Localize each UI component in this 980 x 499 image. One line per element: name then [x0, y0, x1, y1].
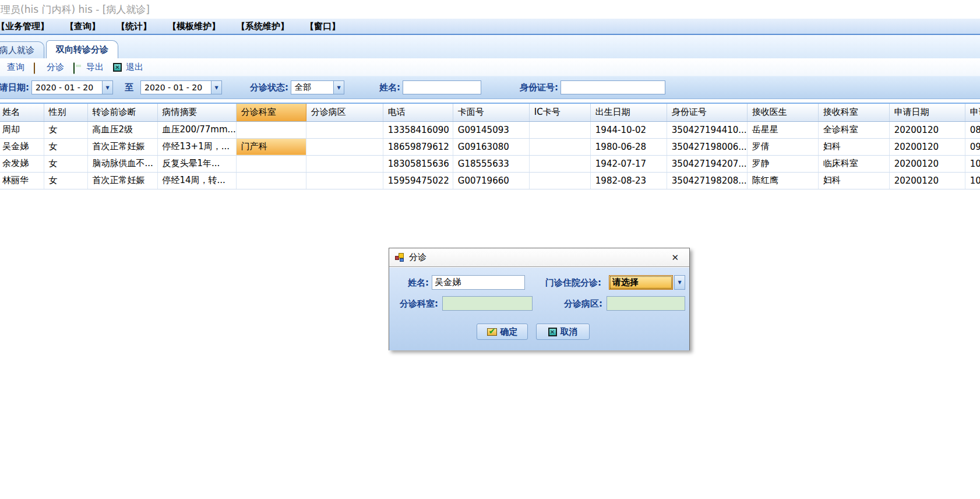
table-cell[interactable]: 妇科 — [818, 138, 889, 155]
table-cell[interactable] — [529, 138, 590, 155]
triage-type-select[interactable]: 请选择 — [609, 275, 673, 290]
table-cell[interactable]: G00719660 — [453, 172, 529, 189]
table-row[interactable]: 周却女高血压2级血压200/77mm...13358416090G0914509… — [0, 121, 980, 138]
table-cell[interactable] — [306, 121, 383, 138]
table-cell[interactable]: 停经13+1周，... — [157, 138, 236, 155]
tab-inactive[interactable]: 病人就诊 — [0, 41, 44, 58]
table-cell[interactable]: 首次正常妊娠 — [87, 138, 157, 155]
cancel-button[interactable]: ✕ 取消 — [536, 324, 590, 340]
chevron-down-icon[interactable]: ▼ — [674, 275, 685, 290]
table-cell[interactable]: G18555633 — [453, 155, 529, 172]
column-header[interactable]: 电话 — [383, 104, 453, 121]
column-header[interactable]: 分诊科室 — [236, 104, 306, 121]
column-header[interactable]: 身份证号 — [667, 104, 747, 121]
table-cell[interactable]: 岳星星 — [747, 121, 818, 138]
table-cell[interactable] — [529, 172, 590, 189]
menu-item[interactable]: 【业务管理】 — [0, 21, 57, 32]
table-cell[interactable]: 脑动脉供血不... — [87, 155, 157, 172]
分诊-button[interactable]: 分诊 — [29, 61, 69, 74]
column-header[interactable]: 申请时间 — [965, 104, 980, 121]
table-cell[interactable] — [529, 121, 590, 138]
table-row[interactable]: 林丽华女首次正常妊娠停经14周，转...15959475022G00719660… — [0, 172, 980, 189]
table-cell[interactable]: 林丽华 — [0, 172, 44, 189]
table-cell[interactable]: 350427194410... — [667, 121, 747, 138]
menu-item[interactable]: 【模板维护】 — [160, 21, 228, 32]
column-header[interactable]: 出生日期 — [590, 104, 667, 121]
table-cell[interactable] — [236, 155, 306, 172]
table-cell[interactable]: 妇科 — [818, 172, 889, 189]
column-header[interactable]: 接收医生 — [747, 104, 818, 121]
chevron-down-icon[interactable]: ▼ — [333, 81, 344, 94]
table-cell[interactable] — [306, 138, 383, 155]
table-cell[interactable] — [236, 121, 306, 138]
table-cell[interactable] — [236, 172, 306, 189]
table-cell[interactable]: 余发娣 — [0, 155, 44, 172]
chevron-down-icon[interactable]: ▼ — [102, 81, 112, 94]
table-cell[interactable]: 首次正常妊娠 — [87, 172, 157, 189]
column-header[interactable]: 分诊病区 — [306, 104, 383, 121]
table-cell[interactable]: 18659879612 — [383, 138, 453, 155]
table-cell[interactable]: 临床科室 — [818, 155, 889, 172]
table-cell[interactable]: 高血压2级 — [87, 121, 157, 138]
table-cell[interactable]: 反复头晕1年... — [157, 155, 236, 172]
table-cell[interactable] — [306, 155, 383, 172]
table-cell[interactable] — [529, 155, 590, 172]
table-cell[interactable]: 10: — [965, 155, 980, 172]
table-cell[interactable]: 350427194207... — [667, 155, 747, 172]
table-cell[interactable]: 罗静 — [747, 155, 818, 172]
status-select[interactable]: 全部 ▼ — [291, 80, 344, 94]
table-cell[interactable]: 20200120 — [889, 155, 965, 172]
table-cell[interactable]: G09163080 — [453, 138, 529, 155]
column-header[interactable]: 卡面号 — [453, 104, 529, 121]
table-cell[interactable]: 女 — [44, 172, 87, 189]
table-cell[interactable]: 1942-07-17 — [590, 155, 667, 172]
table-row[interactable]: 余发娣女脑动脉供血不...反复头晕1年...18305815636G185556… — [0, 155, 980, 172]
table-cell[interactable]: 周却 — [0, 121, 44, 138]
导出-button[interactable]: 导出 — [69, 61, 108, 74]
column-header[interactable]: 病情摘要 — [157, 104, 236, 121]
column-header[interactable]: 转诊前诊断 — [87, 104, 157, 121]
menu-item[interactable]: 【系统维护】 — [228, 21, 297, 32]
column-header[interactable]: 姓名 — [0, 104, 44, 121]
查询-button[interactable]: 查询 — [0, 61, 29, 74]
table-cell[interactable]: 全诊科室 — [818, 121, 889, 138]
dialog-name-input[interactable] — [432, 275, 525, 290]
table-cell[interactable]: 1982-08-23 — [590, 172, 667, 189]
column-header[interactable]: 接收科室 — [818, 104, 889, 121]
tab-active[interactable]: 双向转诊分诊 — [46, 40, 118, 58]
table-cell[interactable]: 门产科 — [236, 138, 306, 155]
ok-button[interactable]: 确定 — [477, 324, 528, 340]
column-header[interactable]: 申请日期 — [889, 104, 965, 121]
退出-button[interactable]: ✕退出 — [108, 61, 148, 74]
idcard-filter-input[interactable] — [560, 80, 665, 94]
table-cell[interactable]: 女 — [44, 155, 87, 172]
table-cell[interactable]: 18305815636 — [383, 155, 453, 172]
menu-item[interactable]: 【统计】 — [108, 21, 160, 32]
table-cell[interactable]: 20200120 — [889, 138, 965, 155]
table-cell[interactable]: 350427198208... — [667, 172, 747, 189]
table-cell[interactable]: 1980-06-28 — [590, 138, 667, 155]
table-cell[interactable]: 血压200/77mm... — [157, 121, 236, 138]
table-cell[interactable]: 13358416090 — [383, 121, 453, 138]
table-cell[interactable]: 350427198006... — [667, 138, 747, 155]
table-cell[interactable]: 吴金娣 — [0, 138, 44, 155]
table-cell[interactable]: 08: — [965, 121, 980, 138]
table-cell[interactable]: 陈红鹰 — [747, 172, 818, 189]
name-filter-input[interactable] — [403, 80, 481, 94]
table-cell[interactable]: 1944-10-02 — [590, 121, 667, 138]
column-header[interactable]: 性别 — [44, 104, 87, 121]
chevron-down-icon[interactable]: ▼ — [211, 81, 221, 94]
table-cell[interactable] — [306, 172, 383, 189]
table-cell[interactable]: G09145093 — [453, 121, 529, 138]
column-header[interactable]: IC卡号 — [529, 104, 590, 121]
table-cell[interactable]: 20200120 — [889, 172, 965, 189]
table-cell[interactable]: 15959475022 — [383, 172, 453, 189]
table-row[interactable]: 吴金娣女首次正常妊娠停经13+1周，...门产科18659879612G0916… — [0, 138, 980, 155]
table-cell[interactable]: 女 — [44, 138, 87, 155]
date-from-picker[interactable]: 2020 - 01 - 20 ▼ — [31, 80, 113, 94]
table-cell[interactable]: 20200120 — [889, 121, 965, 138]
menu-item[interactable]: 【窗口】 — [297, 21, 348, 32]
menu-item[interactable]: 【查询】 — [57, 21, 108, 32]
table-cell[interactable]: 09: — [965, 138, 980, 155]
table-cell[interactable]: 10: — [965, 172, 980, 189]
